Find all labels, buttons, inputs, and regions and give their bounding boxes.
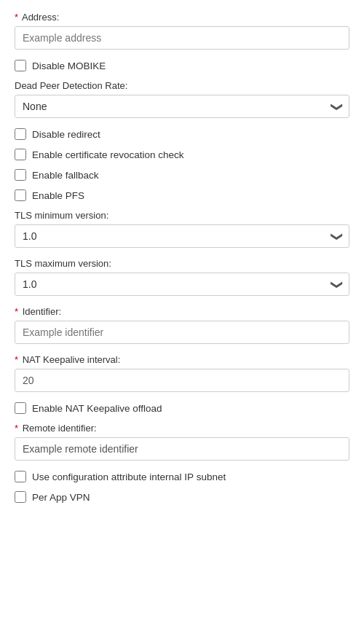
disable-redirect-label[interactable]: Disable redirect	[32, 129, 100, 140]
per-app-vpn-row: Per App VPN	[15, 491, 349, 503]
nat-keepalive-interval-input[interactable]	[15, 369, 349, 392]
disable-mobike-row: Disable MOBIKE	[15, 60, 349, 71]
identifier-input[interactable]	[15, 321, 349, 344]
enable-pfs-row: Enable PFS	[15, 189, 349, 201]
remote-identifier-field-group: * Remote identifier:	[15, 423, 349, 461]
identifier-required-star: *	[15, 306, 18, 317]
identifier-field-group: * Identifier:	[15, 306, 349, 344]
disable-redirect-checkbox[interactable]	[15, 128, 26, 140]
nat-keepalive-required-star: *	[15, 354, 18, 365]
dead-peer-detection-select[interactable]: None Low Medium High	[15, 95, 349, 118]
tls-maximum-version-select[interactable]: 1.0 1.1 1.2 1.3	[15, 273, 349, 296]
enable-fallback-label[interactable]: Enable fallback	[32, 170, 99, 181]
enable-nat-keepalive-offload-label[interactable]: Enable NAT Keepalive offload	[32, 403, 162, 414]
use-config-attribute-checkbox[interactable]	[15, 471, 26, 482]
address-required-star: *	[15, 12, 18, 23]
tls-maximum-version-label: TLS maximum version:	[15, 258, 349, 269]
enable-fallback-row: Enable fallback	[15, 169, 349, 181]
dead-peer-detection-select-wrapper: None Low Medium High ❯	[15, 95, 349, 118]
tls-minimum-version-select[interactable]: 1.0 1.1 1.2 1.3	[15, 224, 349, 248]
disable-mobike-label[interactable]: Disable MOBIKE	[32, 60, 106, 71]
address-input[interactable]	[15, 26, 349, 50]
dead-peer-detection-field-group: Dead Peer Detection Rate: None Low Mediu…	[15, 80, 349, 118]
use-config-attribute-label[interactable]: Use configuration attribute internal IP …	[32, 471, 226, 482]
tls-minimum-version-field-group: TLS minimum version: 1.0 1.1 1.2 1.3 ❯	[15, 210, 349, 248]
address-label: * Address:	[15, 12, 349, 23]
disable-redirect-row: Disable redirect	[15, 128, 349, 140]
enable-fallback-checkbox[interactable]	[15, 169, 26, 181]
enable-cert-revocation-label[interactable]: Enable certificate revocation check	[32, 149, 184, 160]
enable-pfs-checkbox[interactable]	[15, 189, 26, 201]
enable-cert-revocation-checkbox[interactable]	[15, 149, 26, 160]
dead-peer-detection-label: Dead Peer Detection Rate:	[15, 80, 349, 91]
tls-maximum-version-select-wrapper: 1.0 1.1 1.2 1.3 ❯	[15, 273, 349, 296]
remote-identifier-input[interactable]	[15, 437, 349, 461]
remote-identifier-label: * Remote identifier:	[15, 423, 349, 434]
use-config-attribute-row: Use configuration attribute internal IP …	[15, 471, 349, 482]
disable-mobike-checkbox[interactable]	[15, 60, 26, 71]
enable-nat-keepalive-offload-row: Enable NAT Keepalive offload	[15, 402, 349, 414]
identifier-label: * Identifier:	[15, 306, 349, 317]
tls-maximum-version-field-group: TLS maximum version: 1.0 1.1 1.2 1.3 ❯	[15, 258, 349, 296]
enable-pfs-label[interactable]: Enable PFS	[32, 190, 84, 201]
remote-identifier-required-star: *	[15, 423, 18, 434]
nat-keepalive-interval-field-group: * NAT Keepalive interval:	[15, 354, 349, 392]
tls-minimum-version-select-wrapper: 1.0 1.1 1.2 1.3 ❯	[15, 224, 349, 248]
per-app-vpn-checkbox[interactable]	[15, 491, 26, 503]
enable-nat-keepalive-offload-checkbox[interactable]	[15, 402, 26, 414]
enable-cert-revocation-row: Enable certificate revocation check	[15, 149, 349, 160]
tls-minimum-version-label: TLS minimum version:	[15, 210, 349, 221]
nat-keepalive-interval-label: * NAT Keepalive interval:	[15, 354, 349, 365]
address-field-group: * Address:	[15, 12, 349, 50]
per-app-vpn-label[interactable]: Per App VPN	[32, 492, 90, 503]
